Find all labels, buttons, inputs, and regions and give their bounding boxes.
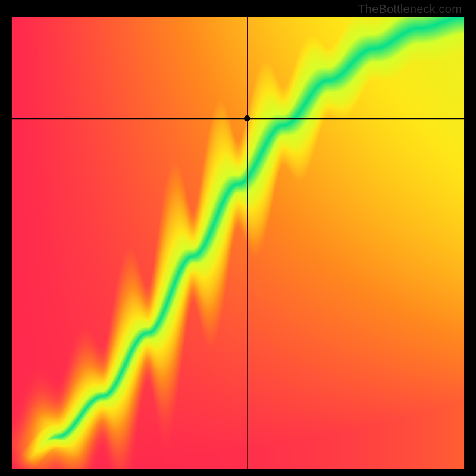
watermark-text: TheBottleneck.com [358,2,462,16]
bottleneck-heatmap [0,0,476,476]
chart-container: TheBottleneck.com [0,0,476,476]
